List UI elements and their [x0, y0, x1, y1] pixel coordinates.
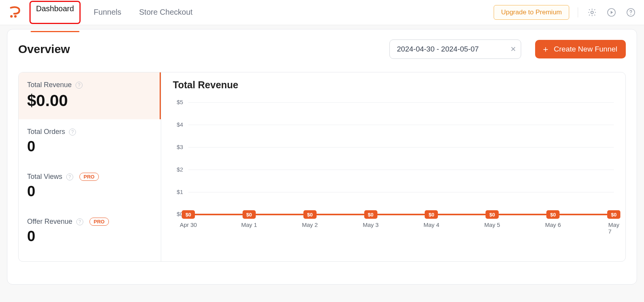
upgrade-button[interactable]: Upgrade to Premium — [494, 5, 569, 20]
x-tick-label: May 5 — [484, 221, 500, 228]
x-tick-label: May 4 — [424, 221, 439, 228]
x-tick-label: May 1 — [241, 221, 257, 228]
stats-sidebar: Total Revenue ? $0.00 Total Orders ? 0 T… — [19, 72, 161, 261]
stat-label: Total Orders — [27, 128, 65, 136]
stat-label: Total Revenue — [27, 81, 72, 89]
x-tick-label: Apr 30 — [180, 221, 197, 228]
chart-point[interactable]: $0 — [486, 210, 499, 219]
create-funnel-button[interactable]: ＋ Create New Funnel — [535, 40, 626, 58]
chart-point[interactable]: $0 — [364, 210, 377, 219]
play-icon[interactable] — [606, 7, 617, 18]
gear-icon[interactable] — [587, 7, 598, 18]
svg-point-2 — [591, 11, 593, 14]
stat-value: 0 — [27, 228, 152, 245]
y-tick-label: $4 — [177, 121, 183, 128]
create-funnel-label: Create New Funnel — [554, 45, 617, 53]
divider — [578, 7, 578, 17]
stat-value: $0.00 — [27, 91, 151, 110]
stat-value: 0 — [27, 138, 152, 155]
chart-panel: Total Revenue $5$4$3$2$1$0$0Apr 30$0May … — [161, 72, 625, 261]
stat-label: Total Views — [27, 173, 62, 181]
info-icon[interactable]: ? — [66, 173, 73, 180]
info-icon[interactable]: ? — [69, 129, 76, 136]
chart-point[interactable]: $0 — [607, 210, 620, 219]
nav-store-checkout[interactable]: Store Checkout — [134, 1, 197, 24]
chart-point[interactable]: $0 — [425, 210, 438, 219]
pro-badge: PRO — [90, 218, 109, 226]
svg-point-0 — [10, 15, 12, 17]
info-icon[interactable]: ? — [76, 82, 83, 89]
y-tick-label: $1 — [177, 189, 183, 195]
x-tick-label: May 3 — [363, 221, 379, 228]
revenue-chart: $5$4$3$2$1$0$0Apr 30$0May 1$0May 2$0May … — [177, 102, 614, 230]
svg-point-1 — [14, 15, 16, 17]
chart-point[interactable]: $0 — [243, 210, 256, 219]
x-tick-label: May 2 — [302, 221, 318, 228]
help-icon[interactable] — [625, 7, 636, 18]
pro-badge: PRO — [79, 173, 99, 181]
plus-icon: ＋ — [541, 45, 550, 53]
close-icon[interactable]: ✕ — [510, 45, 516, 53]
stat-value: 0 — [27, 183, 152, 200]
chart-point[interactable]: $0 — [546, 210, 560, 219]
chart-point[interactable]: $0 — [303, 210, 317, 219]
chart-point[interactable]: $0 — [182, 210, 195, 219]
stat-total-revenue[interactable]: Total Revenue ? $0.00 — [19, 72, 161, 119]
stat-label: Offer Revenue — [27, 218, 72, 226]
date-range-picker[interactable]: 2024-04-30 - 2024-05-07 ✕ — [389, 39, 521, 59]
stat-total-orders[interactable]: Total Orders ? 0 — [19, 119, 161, 164]
brand-logo[interactable] — [7, 5, 22, 20]
y-tick-label: $3 — [177, 144, 183, 150]
nav-funnels[interactable]: Funnels — [89, 1, 126, 24]
page-title: Overview — [18, 43, 70, 56]
info-icon[interactable]: ? — [76, 218, 83, 225]
date-range-value: 2024-04-30 - 2024-05-07 — [397, 45, 479, 53]
svg-point-5 — [630, 14, 631, 15]
x-tick-label: May 7 — [608, 221, 619, 235]
stat-total-views[interactable]: Total Views ? PRO 0 — [19, 164, 161, 209]
nav-dashboard[interactable]: Dashboard — [29, 1, 81, 24]
overview-card: Overview 2024-04-30 - 2024-05-07 ✕ ＋ Cre… — [7, 29, 637, 285]
top-navigation: Dashboard Funnels Store Checkout Upgrade… — [0, 0, 644, 25]
y-tick-label: $2 — [177, 166, 183, 173]
stat-offer-revenue[interactable]: Offer Revenue ? PRO 0 — [19, 209, 161, 254]
chart-title: Total Revenue — [173, 79, 614, 91]
x-tick-label: May 6 — [545, 221, 561, 228]
y-tick-label: $5 — [177, 99, 183, 105]
